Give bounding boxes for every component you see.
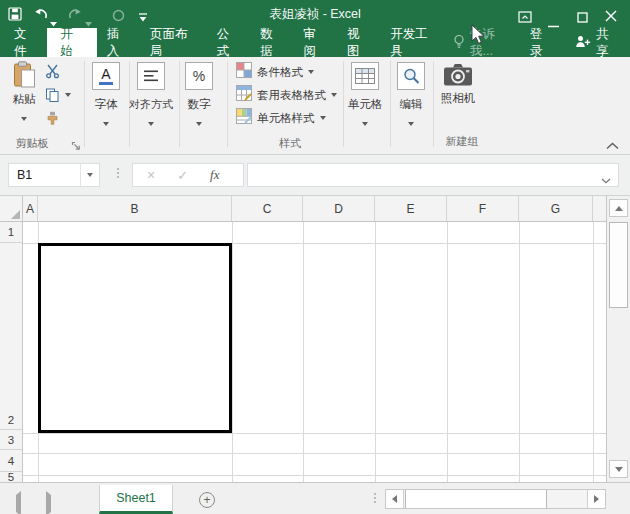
sheet-tab-bar: Sheet1 + (0, 482, 630, 514)
column-header-c[interactable]: C (232, 196, 303, 221)
tab-home[interactable]: 开始 (47, 28, 96, 57)
paste-dropdown-icon (21, 117, 27, 121)
copy-button[interactable] (45, 88, 60, 106)
enter-icon[interactable]: ✓ (177, 168, 188, 183)
column-header-g[interactable]: G (519, 196, 593, 221)
tab-developer[interactable]: 开发工具 (380, 28, 447, 57)
row-header-3[interactable]: 3 (0, 430, 22, 450)
cell-styles-button[interactable]: 单元格样式 (236, 109, 337, 127)
column-header-a[interactable]: A (23, 196, 38, 221)
editing-group-button[interactable]: 编辑 (389, 57, 433, 130)
sheet-nav-left-icon[interactable] (16, 495, 21, 513)
column-headers: A B C D E F G (23, 196, 606, 222)
clipboard-group-label: 剪贴板 (0, 136, 64, 151)
alignment-group-button[interactable]: 对齐方式 (125, 57, 177, 130)
close-icon[interactable] (605, 8, 617, 26)
cell-b2-thick-border-box (38, 243, 232, 433)
maximize-icon[interactable] (577, 9, 588, 27)
group-separator (227, 61, 228, 147)
styles-group-label: 样式 (245, 136, 335, 151)
format-as-table-button[interactable]: 套用表格格式 (236, 86, 337, 104)
tab-review[interactable]: 审阅 (294, 28, 337, 57)
column-header-partial[interactable] (593, 196, 606, 221)
vertical-scrollbar[interactable] (606, 196, 630, 482)
sign-in-button[interactable]: 登录 (520, 28, 563, 57)
number-dropdown-icon (196, 122, 202, 126)
select-all-triangle-icon (11, 210, 20, 219)
sheet-tab-sheet1[interactable]: Sheet1 (99, 485, 173, 514)
scroll-right-icon[interactable] (587, 490, 605, 508)
new-group-label: 新建组 (417, 134, 507, 149)
tab-page-layout[interactable]: 页面布局 (140, 28, 207, 57)
ribbon-display-options-icon[interactable] (518, 9, 532, 27)
row-header-2[interactable]: 2 (0, 243, 22, 431)
ribbon-tab-bar: 文件 开始 插入 页面布局 公式 数据 审阅 视图 开发工具 告诉我... 登录… (0, 28, 630, 57)
cells-dropdown-icon (362, 122, 368, 126)
insert-function-icon[interactable]: fx (210, 167, 219, 183)
formula-bar: B1 × ✓ fx (0, 155, 630, 196)
styles-group: 条件格式 套用表格格式 单元格样式 (236, 63, 337, 127)
expand-formula-bar-icon[interactable] (601, 173, 611, 187)
tab-data[interactable]: 数据 (250, 28, 293, 57)
format-as-table-icon (236, 85, 252, 105)
paste-clipboard-icon (12, 74, 36, 91)
formula-input[interactable] (247, 163, 619, 187)
mouse-cursor (471, 24, 485, 49)
scroll-left-icon[interactable] (386, 490, 404, 508)
clipboard-dialog-launcher-icon[interactable] (71, 137, 81, 155)
cut-button[interactable] (45, 64, 60, 83)
tab-bar-splitter[interactable] (374, 493, 376, 503)
formula-bar-splitter[interactable] (117, 168, 119, 178)
share-button[interactable]: 共享 (563, 28, 630, 57)
title-bar: 表姐凌祯 - Excel (0, 0, 630, 28)
window-title: 表姐凌祯 - Excel (0, 0, 630, 28)
row-header-4[interactable]: 4 (0, 450, 22, 472)
horizontal-scrollbar[interactable] (385, 489, 606, 509)
select-all-button[interactable] (0, 196, 23, 222)
font-dropdown-icon (103, 122, 109, 126)
camera-button[interactable]: 照相机 (434, 61, 482, 106)
cells-table-icon (351, 62, 379, 90)
column-header-d[interactable]: D (303, 196, 375, 221)
font-group-button[interactable]: A 字体 (84, 57, 128, 130)
row-header-5-partial[interactable]: 5 (0, 472, 22, 482)
tab-formulas[interactable]: 公式 (207, 28, 250, 57)
copy-dropdown-icon[interactable] (65, 93, 71, 97)
cancel-icon[interactable]: × (147, 167, 155, 183)
column-header-b[interactable]: B (38, 196, 232, 221)
alignment-icon (137, 62, 165, 90)
alignment-dropdown-icon (148, 122, 154, 126)
conditional-formatting-button[interactable]: 条件格式 (236, 63, 337, 81)
cell-styles-icon (236, 108, 252, 128)
tab-insert[interactable]: 插入 (97, 28, 140, 57)
cells-group-button[interactable]: 单元格 (343, 57, 387, 130)
new-sheet-button[interactable]: + (199, 492, 215, 508)
tab-view[interactable]: 视图 (337, 28, 380, 57)
ribbon: 粘贴 剪贴板 A 字体 (0, 57, 630, 155)
scroll-up-icon[interactable] (609, 199, 628, 217)
column-header-f[interactable]: F (447, 196, 519, 221)
scroll-down-icon[interactable] (609, 460, 628, 478)
camera-icon (443, 73, 473, 90)
horizontal-scrollbar-thumb[interactable] (405, 490, 547, 508)
number-group-button[interactable]: % 数字 (177, 57, 221, 130)
tab-file[interactable]: 文件 (4, 28, 47, 57)
row-header-1[interactable]: 1 (0, 222, 22, 243)
conditional-formatting-icon (236, 62, 252, 82)
collapse-ribbon-icon[interactable] (606, 136, 619, 154)
worksheet-grid[interactable]: A B C D E F G 1 2 3 4 5 (0, 196, 606, 482)
formula-buttons: × ✓ fx (132, 163, 244, 187)
format-painter-button[interactable] (45, 111, 60, 130)
excel-window: 表姐凌祯 - Excel 文件 开始 插入 页面布局 公式 数据 审阅 视图 开… (0, 0, 630, 514)
name-box-dropdown-icon[interactable] (80, 164, 99, 186)
sheet-nav-right-icon[interactable] (46, 495, 51, 513)
column-header-e[interactable]: E (375, 196, 447, 221)
row-headers: 1 2 3 4 5 (0, 222, 23, 482)
name-box[interactable]: B1 (8, 163, 100, 187)
vertical-scrollbar-thumb[interactable] (609, 222, 628, 308)
cells-area[interactable] (23, 222, 606, 482)
cell-styles-dropdown-icon (320, 116, 326, 120)
paste-button[interactable]: 粘贴 (6, 61, 42, 125)
magnifier-icon (397, 62, 425, 90)
share-person-icon (575, 35, 591, 51)
